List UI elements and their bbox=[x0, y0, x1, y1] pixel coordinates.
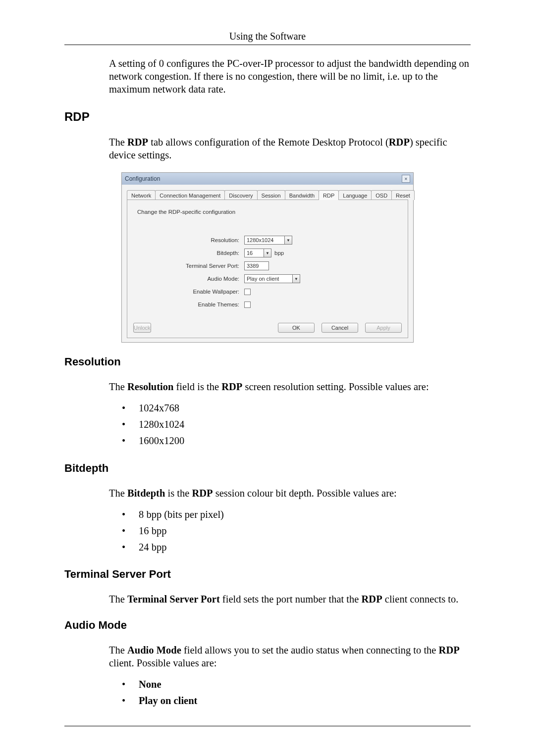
audio-mode-select[interactable]: Play on client bbox=[244, 274, 293, 283]
audio-intro: The Audio Mode field allows you to set t… bbox=[109, 644, 471, 669]
text: session colour bit depth. Possible value… bbox=[213, 488, 397, 499]
chevron-down-icon[interactable]: ▼ bbox=[285, 236, 292, 245]
rdp-intro-paragraph: The RDP tab allows configuration of the … bbox=[109, 136, 471, 161]
dialog-title: Configuration bbox=[125, 175, 160, 182]
enable-wallpaper-checkbox[interactable] bbox=[244, 289, 251, 295]
bitdepth-intro: The Bitdepth is the RDP session colour b… bbox=[109, 487, 471, 500]
label-resolution: Resolution: bbox=[135, 237, 244, 243]
text: client. Possible values are: bbox=[109, 657, 216, 668]
list-item: 24 bpp bbox=[122, 539, 471, 555]
heading-resolution: Resolution bbox=[64, 355, 471, 368]
text: The bbox=[109, 381, 127, 392]
list-item: 1280x1024 bbox=[122, 416, 471, 433]
bitdepth-suffix: bpp bbox=[274, 250, 284, 256]
text: field sets the port number that the bbox=[220, 594, 362, 605]
resolution-list: 1024x768 1280x1024 1600x1200 bbox=[64, 400, 471, 449]
heading-audio-mode: Audio Mode bbox=[64, 619, 471, 632]
bold-rdp: RDP bbox=[439, 645, 460, 655]
text: screen resolution setting. Possible valu… bbox=[242, 381, 428, 392]
unlock-button[interactable]: Unlock bbox=[133, 323, 151, 333]
cancel-button[interactable]: Cancel bbox=[321, 323, 358, 333]
list-item: 8 bpp (bits per pixel) bbox=[122, 506, 471, 523]
tab-discovery[interactable]: Discovery bbox=[224, 190, 257, 200]
text: field is the bbox=[173, 381, 221, 392]
terminal-server-port-input[interactable]: 3389 bbox=[244, 261, 269, 270]
bold-audio-mode: Audio Mode bbox=[127, 645, 181, 655]
running-header: Using the Software bbox=[64, 31, 471, 42]
text: The bbox=[109, 137, 127, 148]
text: is the bbox=[165, 488, 192, 499]
text: The bbox=[109, 645, 127, 655]
resolution-select[interactable]: 1280x1024 bbox=[244, 236, 285, 245]
heading-bitdepth: Bitdepth bbox=[64, 462, 471, 475]
bold-rdp: RDP bbox=[192, 488, 213, 499]
heading-terminal-server-port: Terminal Server Port bbox=[64, 568, 471, 581]
list-item: None bbox=[122, 676, 471, 693]
label-bitdepth: Bitdepth: bbox=[135, 250, 244, 256]
intro-bandwidth-paragraph: A setting of 0 configures the PC-over-IP… bbox=[109, 57, 471, 96]
tab-language[interactable]: Language bbox=[338, 190, 372, 200]
tab-panel-rdp: Change the RDP-specific configuration Re… bbox=[127, 200, 408, 338]
bold-rdp: RDP bbox=[127, 137, 148, 148]
dialog-titlebar: Configuration × bbox=[122, 173, 413, 185]
text: The bbox=[109, 594, 127, 605]
text: tab allows configuration of the Remote D… bbox=[148, 137, 389, 148]
list-item: Play on client bbox=[122, 693, 471, 709]
resolution-intro: The Resolution field is the RDP screen r… bbox=[109, 380, 471, 393]
list-item: 1024x768 bbox=[122, 400, 471, 416]
tab-reset[interactable]: Reset bbox=[391, 190, 415, 200]
bold-bitdepth: Bitdepth bbox=[127, 488, 165, 499]
configuration-dialog: Configuration × NetworkConnection Manage… bbox=[121, 172, 414, 343]
list-item-bold: None bbox=[139, 679, 161, 690]
bold-rdp: RDP bbox=[389, 137, 410, 148]
ok-button[interactable]: OK bbox=[278, 323, 315, 333]
list-item: 16 bpp bbox=[122, 523, 471, 539]
list-item: 1600x1200 bbox=[122, 433, 471, 449]
tab-rdp[interactable]: RDP bbox=[319, 190, 339, 200]
bitdepth-list: 8 bpp (bits per pixel) 16 bpp 24 bpp bbox=[64, 506, 471, 555]
bold-rdp: RDP bbox=[362, 594, 382, 605]
apply-button[interactable]: Apply bbox=[365, 323, 402, 333]
panel-instruction: Change the RDP-specific configuration bbox=[137, 209, 400, 215]
tab-osd[interactable]: OSD bbox=[371, 190, 392, 200]
bold-resolution: Resolution bbox=[127, 381, 173, 392]
close-icon[interactable]: × bbox=[402, 175, 410, 183]
text: field allows you to set the audio status… bbox=[181, 645, 439, 655]
tab-network[interactable]: Network bbox=[127, 190, 156, 200]
heading-rdp: RDP bbox=[64, 110, 471, 124]
text: client connects to. bbox=[382, 594, 459, 605]
bold-rdp: RDP bbox=[221, 381, 242, 392]
tab-session[interactable]: Session bbox=[257, 190, 285, 200]
tab-connection-management[interactable]: Connection Management bbox=[155, 190, 225, 200]
enable-themes-checkbox[interactable] bbox=[244, 302, 251, 308]
label-enable-wallpaper: Enable Wallpaper: bbox=[135, 289, 244, 295]
bitdepth-select[interactable]: 16 bbox=[244, 249, 264, 257]
bold-tsp: Terminal Server Port bbox=[127, 594, 220, 605]
audio-mode-list: None Play on client bbox=[64, 676, 471, 709]
dialog-figure: Configuration × NetworkConnection Manage… bbox=[121, 172, 414, 343]
label-audio-mode: Audio Mode: bbox=[135, 276, 244, 282]
list-item-bold: Play on client bbox=[139, 695, 197, 706]
dialog-tabs: NetworkConnection ManagementDiscoverySes… bbox=[127, 190, 408, 200]
chevron-down-icon[interactable]: ▼ bbox=[264, 249, 271, 257]
tsp-intro: The Terminal Server Port field sets the … bbox=[109, 593, 471, 605]
chevron-down-icon[interactable]: ▼ bbox=[293, 274, 300, 283]
tab-bandwidth[interactable]: Bandwidth bbox=[285, 190, 319, 200]
label-enable-themes: Enable Themes: bbox=[135, 302, 244, 307]
text: The bbox=[109, 488, 127, 499]
label-terminal-server-port: Terminal Server Port: bbox=[135, 263, 244, 269]
